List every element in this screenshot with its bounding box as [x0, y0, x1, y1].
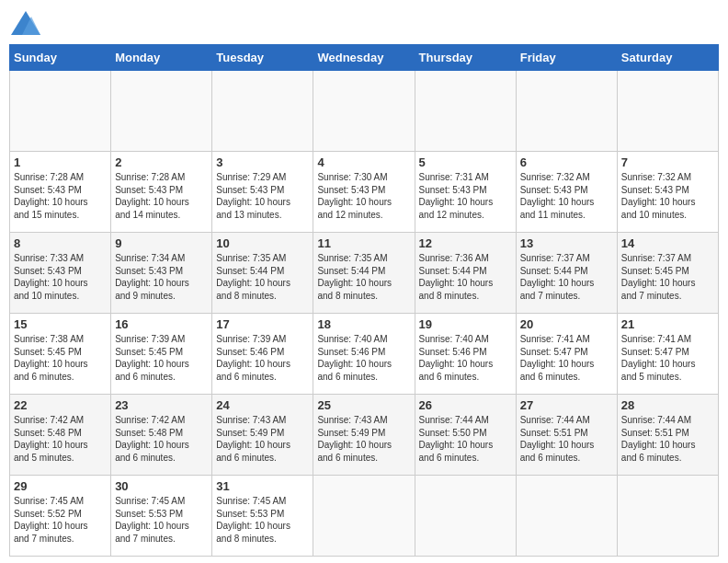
day-info: Sunrise: 7:45 AM Sunset: 5:52 PM Dayligh… — [14, 495, 107, 545]
day-info: Sunrise: 7:43 AM Sunset: 5:49 PM Dayligh… — [216, 414, 309, 464]
calendar-cell: 10Sunrise: 7:35 AM Sunset: 5:44 PM Dayli… — [212, 233, 313, 314]
day-number: 18 — [317, 317, 410, 331]
day-info: Sunrise: 7:32 AM Sunset: 5:43 PM Dayligh… — [621, 171, 714, 221]
calendar-cell — [212, 71, 313, 152]
calendar-cell: 13Sunrise: 7:37 AM Sunset: 5:44 PM Dayli… — [516, 233, 617, 314]
calendar-cell: 4Sunrise: 7:30 AM Sunset: 5:43 PM Daylig… — [313, 152, 415, 233]
day-info: Sunrise: 7:41 AM Sunset: 5:47 PM Dayligh… — [621, 333, 714, 383]
logo — [9, 9, 46, 37]
day-number: 23 — [115, 398, 208, 412]
day-info: Sunrise: 7:38 AM Sunset: 5:45 PM Dayligh… — [14, 333, 107, 383]
weekday-header-wednesday: Wednesday — [313, 45, 415, 71]
day-info: Sunrise: 7:37 AM Sunset: 5:44 PM Dayligh… — [520, 252, 613, 302]
calendar-cell: 2Sunrise: 7:28 AM Sunset: 5:43 PM Daylig… — [111, 152, 212, 233]
day-info: Sunrise: 7:33 AM Sunset: 5:43 PM Dayligh… — [14, 252, 107, 302]
calendar-cell: 7Sunrise: 7:32 AM Sunset: 5:43 PM Daylig… — [617, 152, 718, 233]
weekday-header-thursday: Thursday — [415, 45, 516, 71]
day-number: 22 — [14, 398, 107, 412]
day-number: 8 — [14, 236, 107, 250]
calendar-cell: 30Sunrise: 7:45 AM Sunset: 5:53 PM Dayli… — [111, 476, 212, 557]
day-number: 30 — [115, 479, 208, 493]
calendar-cell: 28Sunrise: 7:44 AM Sunset: 5:51 PM Dayli… — [617, 395, 718, 476]
calendar-cell — [10, 71, 111, 152]
calendar-cell: 15Sunrise: 7:38 AM Sunset: 5:45 PM Dayli… — [10, 314, 111, 395]
day-info: Sunrise: 7:40 AM Sunset: 5:46 PM Dayligh… — [419, 333, 512, 383]
calendar-cell: 20Sunrise: 7:41 AM Sunset: 5:47 PM Dayli… — [516, 314, 617, 395]
calendar-cell: 22Sunrise: 7:42 AM Sunset: 5:48 PM Dayli… — [10, 395, 111, 476]
calendar-cell: 29Sunrise: 7:45 AM Sunset: 5:52 PM Dayli… — [10, 476, 111, 557]
day-info: Sunrise: 7:43 AM Sunset: 5:49 PM Dayligh… — [317, 414, 410, 464]
day-info: Sunrise: 7:35 AM Sunset: 5:44 PM Dayligh… — [317, 252, 410, 302]
calendar-cell — [415, 476, 516, 557]
calendar-cell: 1Sunrise: 7:28 AM Sunset: 5:43 PM Daylig… — [10, 152, 111, 233]
calendar-cell: 9Sunrise: 7:34 AM Sunset: 5:43 PM Daylig… — [111, 233, 212, 314]
weekday-header-tuesday: Tuesday — [212, 45, 313, 71]
day-info: Sunrise: 7:40 AM Sunset: 5:46 PM Dayligh… — [317, 333, 410, 383]
day-info: Sunrise: 7:42 AM Sunset: 5:48 PM Dayligh… — [115, 414, 208, 464]
header — [9, 9, 719, 37]
calendar-cell: 18Sunrise: 7:40 AM Sunset: 5:46 PM Dayli… — [313, 314, 415, 395]
calendar-cell: 3Sunrise: 7:29 AM Sunset: 5:43 PM Daylig… — [212, 152, 313, 233]
day-info: Sunrise: 7:28 AM Sunset: 5:43 PM Dayligh… — [115, 171, 208, 221]
day-number: 13 — [520, 236, 613, 250]
calendar-cell: 12Sunrise: 7:36 AM Sunset: 5:44 PM Dayli… — [415, 233, 516, 314]
day-info: Sunrise: 7:30 AM Sunset: 5:43 PM Dayligh… — [317, 171, 410, 221]
day-number: 21 — [621, 317, 714, 331]
day-number: 11 — [317, 236, 410, 250]
day-number: 5 — [419, 155, 512, 169]
day-number: 19 — [419, 317, 512, 331]
day-number: 15 — [14, 317, 107, 331]
calendar-cell — [516, 71, 617, 152]
day-number: 12 — [419, 236, 512, 250]
calendar-cell: 17Sunrise: 7:39 AM Sunset: 5:46 PM Dayli… — [212, 314, 313, 395]
calendar-cell — [617, 71, 718, 152]
day-number: 9 — [115, 236, 208, 250]
day-info: Sunrise: 7:34 AM Sunset: 5:43 PM Dayligh… — [115, 252, 208, 302]
day-number: 6 — [520, 155, 613, 169]
day-info: Sunrise: 7:39 AM Sunset: 5:46 PM Dayligh… — [216, 333, 309, 383]
day-number: 27 — [520, 398, 613, 412]
calendar-cell: 16Sunrise: 7:39 AM Sunset: 5:45 PM Dayli… — [111, 314, 212, 395]
day-info: Sunrise: 7:45 AM Sunset: 5:53 PM Dayligh… — [115, 495, 208, 545]
logo-icon — [9, 9, 42, 37]
day-info: Sunrise: 7:42 AM Sunset: 5:48 PM Dayligh… — [14, 414, 107, 464]
day-number: 25 — [317, 398, 410, 412]
calendar-cell — [111, 71, 212, 152]
calendar-cell: 23Sunrise: 7:42 AM Sunset: 5:48 PM Dayli… — [111, 395, 212, 476]
day-info: Sunrise: 7:28 AM Sunset: 5:43 PM Dayligh… — [14, 171, 107, 221]
day-info: Sunrise: 7:31 AM Sunset: 5:43 PM Dayligh… — [419, 171, 512, 221]
day-number: 31 — [216, 479, 309, 493]
calendar-cell — [516, 476, 617, 557]
day-info: Sunrise: 7:41 AM Sunset: 5:47 PM Dayligh… — [520, 333, 613, 383]
day-number: 17 — [216, 317, 309, 331]
calendar-cell: 19Sunrise: 7:40 AM Sunset: 5:46 PM Dayli… — [415, 314, 516, 395]
calendar-cell: 14Sunrise: 7:37 AM Sunset: 5:45 PM Dayli… — [617, 233, 718, 314]
day-info: Sunrise: 7:45 AM Sunset: 5:53 PM Dayligh… — [216, 495, 309, 545]
day-number: 10 — [216, 236, 309, 250]
calendar-cell: 26Sunrise: 7:44 AM Sunset: 5:50 PM Dayli… — [415, 395, 516, 476]
day-info: Sunrise: 7:35 AM Sunset: 5:44 PM Dayligh… — [216, 252, 309, 302]
calendar-cell: 31Sunrise: 7:45 AM Sunset: 5:53 PM Dayli… — [212, 476, 313, 557]
calendar-cell — [313, 71, 415, 152]
calendar-cell: 24Sunrise: 7:43 AM Sunset: 5:49 PM Dayli… — [212, 395, 313, 476]
calendar-cell: 25Sunrise: 7:43 AM Sunset: 5:49 PM Dayli… — [313, 395, 415, 476]
day-number: 4 — [317, 155, 410, 169]
day-number: 14 — [621, 236, 714, 250]
day-number: 1 — [14, 155, 107, 169]
calendar-cell: 21Sunrise: 7:41 AM Sunset: 5:47 PM Dayli… — [617, 314, 718, 395]
day-number: 7 — [621, 155, 714, 169]
calendar-cell — [313, 476, 415, 557]
calendar-cell: 6Sunrise: 7:32 AM Sunset: 5:43 PM Daylig… — [516, 152, 617, 233]
day-number: 26 — [419, 398, 512, 412]
day-info: Sunrise: 7:32 AM Sunset: 5:43 PM Dayligh… — [520, 171, 613, 221]
day-number: 20 — [520, 317, 613, 331]
calendar-cell — [617, 476, 718, 557]
calendar-cell: 5Sunrise: 7:31 AM Sunset: 5:43 PM Daylig… — [415, 152, 516, 233]
day-number: 28 — [621, 398, 714, 412]
weekday-header-sunday: Sunday — [10, 45, 111, 71]
day-info: Sunrise: 7:39 AM Sunset: 5:45 PM Dayligh… — [115, 333, 208, 383]
calendar-cell: 27Sunrise: 7:44 AM Sunset: 5:51 PM Dayli… — [516, 395, 617, 476]
day-number: 2 — [115, 155, 208, 169]
weekday-header-saturday: Saturday — [617, 45, 718, 71]
day-info: Sunrise: 7:29 AM Sunset: 5:43 PM Dayligh… — [216, 171, 309, 221]
